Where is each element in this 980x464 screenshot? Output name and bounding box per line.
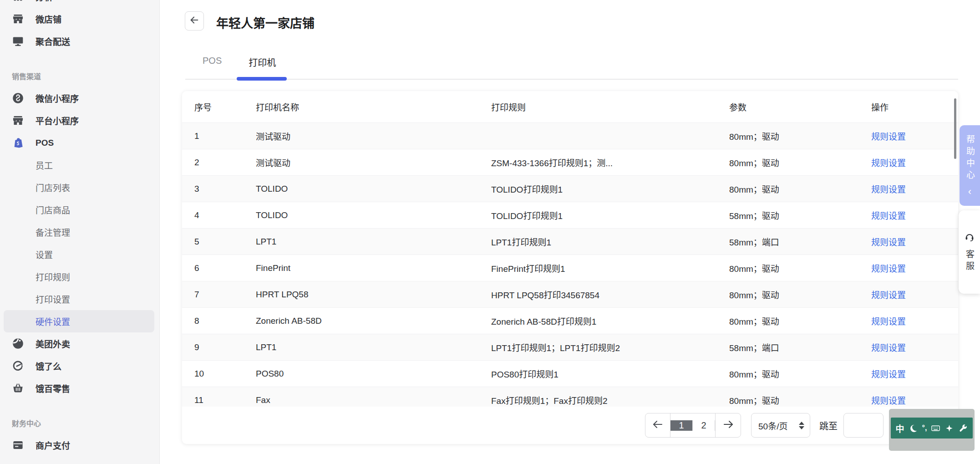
ime-toolbar: 中 °, xyxy=(891,418,973,439)
sidebar-item-分析[interactable]: 分析 xyxy=(0,0,159,8)
rule-settings-link[interactable]: 规则设置 xyxy=(871,264,906,274)
rule-settings-link[interactable]: 规则设置 xyxy=(871,291,906,300)
sidebar-item-聚合配送[interactable]: 聚合配送 xyxy=(0,30,159,52)
sidebar-item-微店铺[interactable]: 微店铺 xyxy=(0,8,159,30)
next-page-button[interactable] xyxy=(716,413,741,437)
cell-index: 9 xyxy=(194,342,256,352)
sidebar-item-POS[interactable]: POS xyxy=(0,132,159,154)
storefront-icon xyxy=(12,13,24,25)
rule-settings-link[interactable]: 规则设置 xyxy=(871,317,906,326)
sidebar-subitem-设置[interactable]: 设置 xyxy=(0,243,159,265)
col-header-index: 序号 xyxy=(194,101,256,113)
table-row: 5LPT1LPT1打印规则158mm；端口规则设置 xyxy=(182,229,958,255)
col-header-name: 打印机名称 xyxy=(256,101,491,113)
screen: 分析微店铺聚合配送销售渠道微信小程序平台小程序POS员工门店列表门店商品备注管理… xyxy=(0,0,980,464)
col-header-params: 参数 xyxy=(729,101,871,113)
table-header-row: 序号 打印机名称 打印规则 参数 操作 xyxy=(182,91,958,123)
cell-params: 58mm；驱动 xyxy=(729,209,871,221)
table-row: 1测试驱动80mm；驱动规则设置 xyxy=(182,123,958,149)
sidebar-subitem-门店商品[interactable]: 门店商品 xyxy=(0,199,159,221)
active-tab-underline xyxy=(237,77,287,81)
ime-punctuation-mode-button[interactable]: °, xyxy=(922,424,927,432)
rule-settings-link[interactable]: 规则设置 xyxy=(871,238,906,247)
rule-settings-link[interactable]: 规则设置 xyxy=(871,343,906,353)
analytics-icon xyxy=(12,0,24,3)
cell-printer-name: HPRT LPQ58 xyxy=(256,290,491,300)
headset-icon xyxy=(964,231,975,244)
customer-service-tab[interactable]: 客服 xyxy=(959,210,980,294)
basket-icon xyxy=(12,382,24,394)
sidebar-section-label: 财务中心 xyxy=(12,418,159,428)
sidebar-subitem-硬件设置[interactable]: 硬件设置 xyxy=(4,310,154,332)
rule-settings-link[interactable]: 规则设置 xyxy=(871,158,906,168)
sidebar-item-label: 微店铺 xyxy=(36,13,61,25)
page-button-2[interactable]: 2 xyxy=(693,420,715,431)
cell-print-rule: HPRT LPQ58打印34567854 xyxy=(491,288,729,301)
prev-page-button[interactable] xyxy=(645,413,670,437)
cell-print-rule: FinePrint打印规则1 xyxy=(491,262,729,274)
page-switcher: 12 xyxy=(645,413,741,438)
table-scrollbar[interactable] xyxy=(954,98,956,159)
cell-index: 10 xyxy=(194,369,256,379)
cell-index: 11 xyxy=(194,395,256,405)
cell-printer-name: POS80 xyxy=(256,369,491,379)
collapse-chevron-icon: ‹ xyxy=(968,187,971,197)
sidebar-item-label: POS xyxy=(36,138,54,148)
cell-params: 80mm；驱动 xyxy=(729,288,871,301)
sidebar-subitem-门店列表[interactable]: 门店列表 xyxy=(0,176,159,199)
sidebar-item-饿百零售[interactable]: 饿百零售 xyxy=(0,377,159,399)
eleme-icon xyxy=(12,360,24,372)
printer-table-card: 序号 打印机名称 打印规则 参数 操作 1测试驱动80mm；驱动规则设置2测试驱… xyxy=(182,91,958,444)
cell-print-rule: ZSM-433-1366打印规则1；测... xyxy=(491,156,729,168)
rule-settings-link[interactable]: 规则设置 xyxy=(871,132,906,142)
sidebar-item-平台小程序[interactable]: 平台小程序 xyxy=(0,109,159,132)
tab-printer[interactable]: 打印机 xyxy=(249,56,276,80)
sidebar-item-商户支付[interactable]: 商户支付 xyxy=(0,434,159,456)
back-button[interactable] xyxy=(185,11,204,31)
cell-printer-name: 测试驱动 xyxy=(256,130,491,142)
sidebar-item-label: 微信小程序 xyxy=(36,92,79,104)
sidebar-item-微信小程序[interactable]: 微信小程序 xyxy=(0,87,159,109)
table-row: 9LPT1LPT1打印规则1；LPT1打印规则258mm；端口规则设置 xyxy=(182,334,958,361)
cell-index: 6 xyxy=(194,263,256,273)
sidebar-subitem-员工[interactable]: 员工 xyxy=(0,154,159,176)
sidebar-item-label: 平台小程序 xyxy=(36,114,79,127)
ime-switch-star-icon[interactable] xyxy=(944,423,954,433)
table-row: 8Zonerich AB-58DZonerich AB-58D打印规则180mm… xyxy=(182,308,958,334)
page-button-1[interactable]: 1 xyxy=(670,420,693,431)
sidebar-subitem-打印设置[interactable]: 打印设置 xyxy=(0,288,159,310)
cell-params: 80mm；驱动 xyxy=(729,156,871,168)
cell-params: 80mm；驱动 xyxy=(729,183,871,195)
sidebar-item-美团外卖[interactable]: 美团外卖 xyxy=(0,332,159,355)
table-row: 3TOLIDOTOLIDO打印规则180mm；驱动规则设置 xyxy=(182,176,958,202)
sidebar-item-饿了么[interactable]: 饿了么 xyxy=(0,355,159,377)
table-row: 6FinePrintFinePrint打印规则180mm；驱动规则设置 xyxy=(182,255,958,281)
sidebar-item-label: 饿了么 xyxy=(36,360,61,372)
ime-language-mode-button[interactable]: 中 xyxy=(896,422,904,434)
cell-printer-name: LPT1 xyxy=(256,237,491,247)
jump-to-page-input[interactable] xyxy=(843,413,884,438)
page-title: 年轻人第一家店铺 xyxy=(216,14,315,31)
ime-fullwidth-moon-icon[interactable] xyxy=(909,423,918,433)
sidebar-subitem-打印规则[interactable]: 打印规则 xyxy=(0,265,159,288)
cell-index: 4 xyxy=(194,210,256,220)
cell-printer-name: Zonerich AB-58D xyxy=(256,316,491,326)
rule-settings-link[interactable]: 规则设置 xyxy=(871,370,906,379)
sidebar-subitem-备注管理[interactable]: 备注管理 xyxy=(0,221,159,243)
page-size-select[interactable]: 50条/页 xyxy=(751,413,810,438)
ime-soft-keyboard-icon[interactable] xyxy=(931,423,940,433)
page-size-value: 50条/页 xyxy=(758,419,787,432)
ime-settings-wrench-icon[interactable] xyxy=(958,423,968,433)
help-center-tab[interactable]: 帮助中心 ‹ xyxy=(960,125,980,206)
table-row: 11FaxFax打印规则1；Fax打印规则280mm；驱动规则设置 xyxy=(182,387,958,407)
back-arrow-icon xyxy=(189,15,199,27)
cell-printer-name: TOLIDO xyxy=(256,184,491,194)
cell-params: 80mm；驱动 xyxy=(729,315,871,327)
customer-service-label: 客服 xyxy=(963,250,975,273)
sidebar-item-label: 饿百零售 xyxy=(36,382,70,394)
rule-settings-link[interactable]: 规则设置 xyxy=(871,185,906,194)
rule-settings-link[interactable]: 规则设置 xyxy=(871,396,906,406)
rule-settings-link[interactable]: 规则设置 xyxy=(871,211,906,221)
tab-pos[interactable]: POS xyxy=(203,56,222,80)
sidebar-item-label: 美团外卖 xyxy=(36,337,70,350)
